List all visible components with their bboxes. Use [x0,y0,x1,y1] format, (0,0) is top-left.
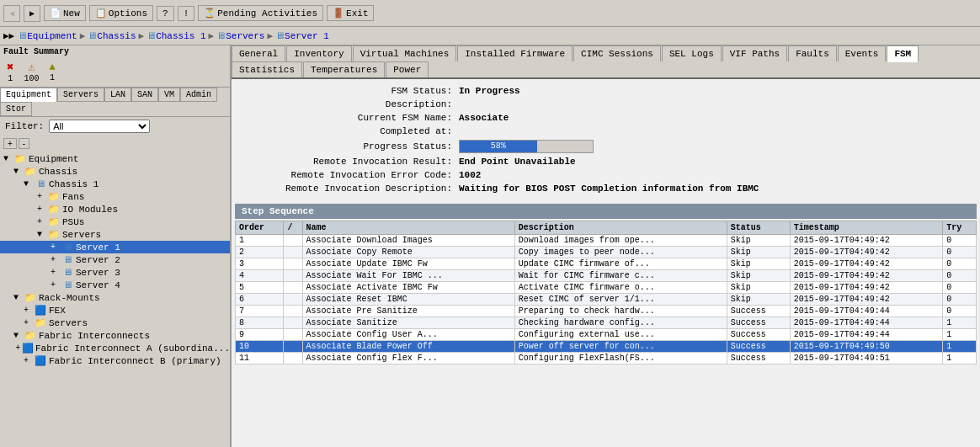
table-row[interactable]: 2Associate Copy RemoteCopy images to pee… [236,247,977,258]
tab-fsm[interactable]: FSM [887,45,919,62]
tree-item-chassis[interactable]: ▼ 📁 Chassis [0,165,230,178]
tab-inventory[interactable]: Inventory [286,45,351,61]
tree-item-fabric-a[interactable]: + 🟦 Fabric Interconnect A (subordina... [0,342,230,354]
new-button[interactable]: 📄 New [44,5,86,21]
tree-item-server1[interactable]: + 🖥 Server 1 [0,241,230,253]
tree-item-server3[interactable]: + 🖥 Server 3 [0,266,230,279]
col-name[interactable]: Name [302,221,514,235]
expand-servers-folder[interactable]: ▼ [37,230,47,239]
tree-item-equipment[interactable]: ▼ 📁 Equipment [0,152,230,165]
breadcrumb-item-server1[interactable]: Server 1 [285,31,329,41]
filter-select[interactable]: All [49,120,150,133]
tree-label-fabric: Fabric Interconnects [39,331,150,341]
tab-general[interactable]: General [232,45,285,61]
expand-fex[interactable]: + [24,306,34,315]
table-row[interactable]: 5Associate Activate IBMC FwActivate CIMC… [236,282,977,294]
expand-server4[interactable]: + [51,280,61,290]
table-row[interactable]: 8Associate SanitizeChecking hardware con… [236,317,977,329]
tab-faults[interactable]: Faults [788,45,837,61]
breadcrumb-arrows: ▶▶ [3,30,14,41]
expand-chassis1[interactable]: ▼ [24,179,34,189]
fsm-current-label: Current FSM Name: [248,113,459,123]
col-description[interactable]: Description [514,221,727,235]
tree-item-fex[interactable]: + 🟦 FEX [0,304,230,317]
tab-sel-logs[interactable]: SEL Logs [662,45,722,61]
tab-events[interactable]: Events [838,45,887,61]
col-status[interactable]: Status [727,221,790,235]
expand-server3[interactable]: + [51,268,61,277]
tree-item-io-modules[interactable]: + 📁 IO Modules [0,203,230,216]
breadcrumb-item-chassis1[interactable]: Chassis 1 [156,31,205,41]
tab-san[interactable]: SAN [131,88,158,102]
breadcrumb-item-servers[interactable]: Servers [226,31,264,41]
table-row[interactable]: 6Associate Reset IBMCReset CIMC of serve… [236,294,977,306]
tree-item-psus[interactable]: + 📁 PSUs [0,216,230,228]
tree-item-fans[interactable]: + 📁 Fans [0,190,230,203]
tab-temperatures[interactable]: Temperatures [303,61,385,77]
options-icon: 📋 [95,8,107,19]
expand-io[interactable]: + [37,205,47,214]
table-row[interactable]: 7Associate Pre SanitizePreparing to chec… [236,306,977,317]
step-sequence: Step Sequence Order / Name Description S… [232,204,980,368]
expand-server2[interactable]: + [51,255,61,264]
expand-rack-mounts[interactable]: ▼ [13,293,24,302]
tree-item-chassis1[interactable]: ▼ 🖥 Chassis 1 [0,178,230,190]
expand-fans[interactable]: + [37,192,47,201]
breadcrumb-item-equipment[interactable]: Equipment [27,31,77,41]
breadcrumb: ▶▶ 🖥 Equipment ▶ 🖥 Chassis ▶ 🖥 Chassis 1… [0,27,980,45]
table-row[interactable]: 10Associate Blade Power OffPower off ser… [236,341,977,353]
rack-mounts-icon: 📁 [24,292,37,303]
col-try[interactable]: Try [943,221,977,235]
table-row[interactable]: 11Associate Config Flex F...Configuring … [236,353,977,365]
col-order[interactable]: Order [236,221,284,235]
expand-chassis[interactable]: ▼ [13,167,24,176]
tab-servers[interactable]: Servers [57,88,104,102]
col-timestamp[interactable]: Timestamp [790,221,942,235]
tree-label-servers-rack: Servers [49,318,88,328]
back-button[interactable]: ◀ [3,5,20,22]
expand-all-button[interactable]: + [3,138,17,149]
expand-fabric[interactable]: ▼ [13,331,24,340]
expand-psus[interactable]: + [37,217,47,226]
exit-button[interactable]: 🚪 Exit [327,5,374,21]
col-flag[interactable]: / [284,221,302,235]
tab-vif-paths[interactable]: VIF Paths [722,45,787,61]
tree-item-servers-rack[interactable]: + 📁 Servers [0,317,230,329]
tab-admin[interactable]: Admin [180,88,217,102]
tree-item-server2[interactable]: + 🖥 Server 2 [0,253,230,266]
pending-button[interactable]: ⏳ Pending Activities [198,5,323,21]
progress-text: 58% [432,141,565,151]
table-row[interactable]: 9Associate Config User A...Configuring e… [236,329,977,341]
tab-power[interactable]: Power [386,61,429,77]
tab-cimc-sessions[interactable]: CIMC Sessions [573,45,661,61]
tree-item-fabric[interactable]: ▼ 📁 Fabric Interconnects [0,329,230,342]
tab-virtual-machines[interactable]: Virtual Machines [353,45,457,61]
tab-stor[interactable]: Stor [0,102,32,116]
expand-fabric-a[interactable]: + [15,343,22,353]
tree-label-servers-folder: Servers [62,230,101,240]
collapse-all-button[interactable]: - [19,138,29,149]
tab-vm[interactable]: VM [158,88,180,102]
tab-statistics[interactable]: Statistics [232,61,302,77]
alert-button[interactable]: ! [178,6,195,21]
tree-item-servers-folder[interactable]: ▼ 📁 Servers [0,228,230,241]
expand-server1[interactable]: + [51,242,61,252]
tree-item-rack-mounts[interactable]: ▼ 📁 Rack-Mounts [0,291,230,304]
table-row[interactable]: 1Associate Download ImagesDownload image… [236,235,977,247]
tab-installed-firmware[interactable]: Installed Firmware [457,45,573,61]
forward-button[interactable]: ▶ [24,5,40,22]
tree-item-server4[interactable]: + 🖥 Server 4 [0,279,230,291]
tab-lan[interactable]: LAN [104,88,131,102]
breadcrumb-item-chassis[interactable]: Chassis [97,31,136,41]
expand-fabric-b[interactable]: + [24,356,34,365]
tab-equipment[interactable]: Equipment [0,88,57,102]
toolbar: ◀ ▶ 📄 New 📋 Options ? ! ⏳ Pending Activi… [0,0,980,27]
help-button[interactable]: ? [157,6,174,21]
options-button[interactable]: 📋 Options [89,5,153,21]
expand-equipment[interactable]: ▼ [3,154,13,163]
table-row[interactable]: 4Associate Wait For IBMC ...Wait for CIM… [236,270,977,282]
table-row[interactable]: 3Associate Update IBMC FwUpdate CIMC fir… [236,258,977,270]
tree-item-fabric-b[interactable]: + 🟦 Fabric Interconnect B (primary) [0,354,230,367]
expand-servers-rack[interactable]: + [24,318,34,327]
fsm-remote-desc-label: Remote Invocation Description: [248,184,459,194]
